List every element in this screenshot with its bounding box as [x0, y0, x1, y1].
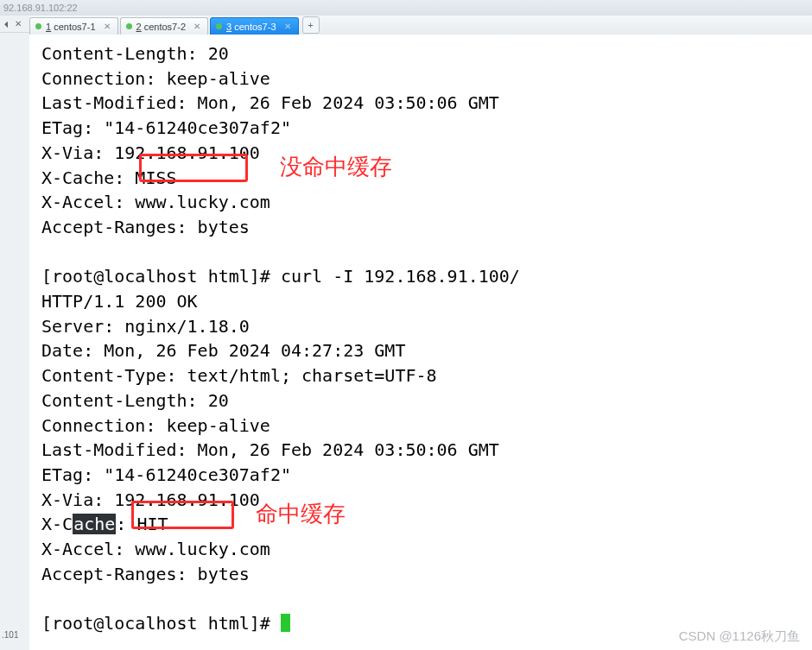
output-line: ETag: "14-61240ce307af2" [41, 117, 291, 138]
tab-centos7-2[interactable]: 2 centos7-2 ✕ [120, 17, 209, 35]
output-line: Accept-Ranges: bytes [41, 217, 250, 237]
output-line: Last-Modified: Mon, 26 Feb 2024 03:50:06… [41, 439, 499, 460]
add-tab-button[interactable]: + [302, 16, 320, 34]
tab-label: centos7-3 [234, 22, 276, 32]
status-dot-icon [35, 23, 41, 29]
sidebar-close-icon[interactable]: ✕ [15, 19, 22, 28]
output-line: X-Accel: www.lucky.com [41, 192, 270, 212]
pin-icon[interactable]: ⏴ [3, 19, 11, 28]
tab-number: 3 [226, 22, 232, 32]
tab-close-icon[interactable]: ✕ [193, 22, 200, 31]
tab-bar: 1 centos7-1 ✕ 2 centos7-2 ✕ 3 centos7-3 … [29, 16, 812, 35]
output-line: Connection: keep-alive [41, 415, 270, 436]
command-line: [root@localhost html]# [41, 613, 281, 634]
terminal-cursor [281, 614, 290, 632]
status-dot-icon [216, 23, 222, 29]
output-line: Content-Length: 20 [41, 390, 229, 411]
output-line: HTTP/1.1 200 OK [41, 291, 198, 312]
output-line: Last-Modified: Mon, 26 Feb 2024 03:50:06… [41, 92, 499, 113]
left-sidebar: ⏴ ✕ .101 [0, 16, 30, 650]
terminal-output: Content-Length: 20 Connection: keep-aliv… [41, 41, 803, 636]
status-dot-icon [126, 23, 132, 29]
tab-close-icon[interactable]: ✕ [104, 22, 111, 31]
output-line: X-Accel: www.lucky.com [41, 539, 270, 559]
output-line: X-Via: 192.168.91.100 [41, 142, 260, 163]
sidebar-pin-row: ⏴ ✕ [0, 16, 29, 33]
output-line: X-Cache: MISS [41, 167, 177, 188]
output-line: Content-Type: text/html; charset=UTF-8 [41, 365, 437, 386]
terminal-area[interactable]: Content-Length: 20 Connection: keep-aliv… [29, 35, 812, 650]
tab-label: centos7-2 [144, 22, 186, 32]
sidebar-bottom-label: .101 [0, 628, 20, 641]
tab-number: 2 [136, 22, 142, 32]
output-line: Accept-Ranges: bytes [41, 564, 250, 584]
output-line: ETag: "14-61240ce307af2" [41, 464, 291, 485]
tab-centos7-3[interactable]: 3 centos7-3 ✕ [210, 17, 299, 35]
search-highlight: ache [73, 514, 116, 534]
output-line: X-Cache: HIT [41, 514, 168, 534]
tab-close-icon[interactable]: ✕ [284, 22, 291, 31]
window-title-bar: 92.168.91.102:22 [0, 0, 812, 16]
output-line: Date: Mon, 26 Feb 2024 04:27:23 GMT [41, 340, 405, 361]
tab-number: 1 [46, 22, 51, 32]
tab-centos7-1[interactable]: 1 centos7-1 ✕ [29, 17, 118, 35]
tab-label: centos7-1 [54, 22, 95, 32]
output-line: X-Via: 192.168.91.100 [41, 489, 260, 510]
plus-icon: + [308, 20, 313, 30]
output-line: Connection: keep-alive [41, 68, 270, 89]
window-title: 92.168.91.102:22 [3, 3, 78, 13]
output-line: Content-Length: 20 [41, 43, 229, 64]
output-line: Server: nginx/1.18.0 [41, 316, 250, 337]
command-line: [root@localhost html]# curl -I 192.168.9… [41, 266, 520, 287]
